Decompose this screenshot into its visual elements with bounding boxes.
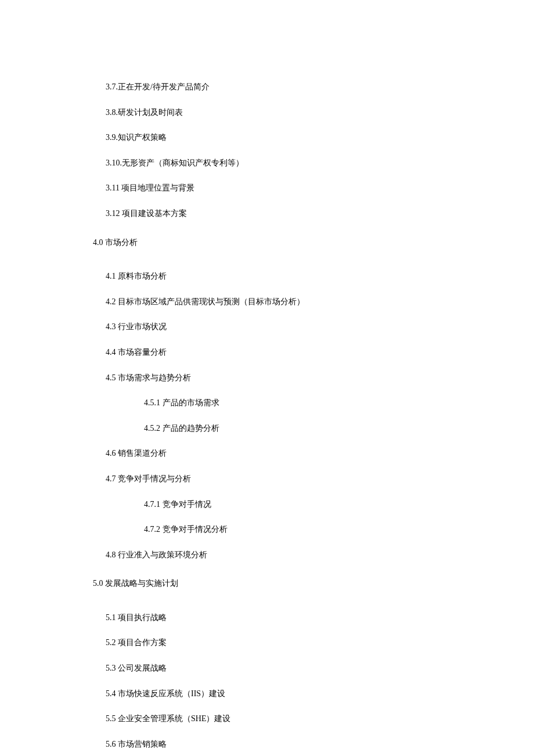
- toc-item: 4.2 目标市场区域产品供需现状与预测（目标市场分析）: [0, 296, 534, 308]
- toc-section: 5.0 发展战略与实施计划: [0, 578, 534, 589]
- toc-item: 4.5.2 产品的趋势分析: [0, 423, 534, 434]
- toc-item: 4.7.1 竞争对手情况: [0, 499, 534, 510]
- spacer: [0, 603, 534, 612]
- toc-item: 3.9.知识产权策略: [0, 132, 534, 143]
- toc-item: 4.5.1 产品的市场需求: [0, 397, 534, 409]
- toc-item: 4.7 竞争对手情况与分析: [0, 473, 534, 485]
- toc-item: 5.2 项目合作方案: [0, 637, 534, 649]
- toc-item: 3.7.正在开发/待开发产品简介: [0, 81, 534, 93]
- toc-item: 4.8 行业准入与政策环境分析: [0, 549, 534, 561]
- toc-section: 4.0 市场分析: [0, 237, 534, 249]
- toc-item: 4.4 市场容量分析: [0, 347, 534, 358]
- toc-item: 4.7.2 竞争对手情况分析: [0, 524, 534, 535]
- toc-item: 5.3 公司发展战略: [0, 663, 534, 674]
- toc-item: 5.4 市场快速反应系统（IIS）建设: [0, 688, 534, 700]
- toc-item: 4.3 行业市场状况: [0, 321, 534, 333]
- toc-item: 4.1 原料市场分析: [0, 271, 534, 282]
- toc-item: 3.8.研发计划及时间表: [0, 107, 534, 118]
- toc-item: 5.5 企业安全管理系统（SHE）建设: [0, 713, 534, 725]
- toc-item: 4.6 销售渠道分析: [0, 448, 534, 459]
- toc-item: 4.5 市场需求与趋势分析: [0, 372, 534, 384]
- toc-item: 5.1 项目执行战略: [0, 612, 534, 624]
- toc-item: 5.6 市场营销策略: [0, 739, 534, 750]
- document-outline: 3.7.正在开发/待开发产品简介3.8.研发计划及时间表3.9.知识产权策略3.…: [0, 81, 534, 756]
- toc-item: 3.11 项目地理位置与背景: [0, 182, 534, 194]
- spacer: [0, 262, 534, 271]
- toc-item: 3.12 项目建设基本方案: [0, 208, 534, 219]
- toc-item: 3.10.无形资产（商标知识产权专利等）: [0, 157, 534, 169]
